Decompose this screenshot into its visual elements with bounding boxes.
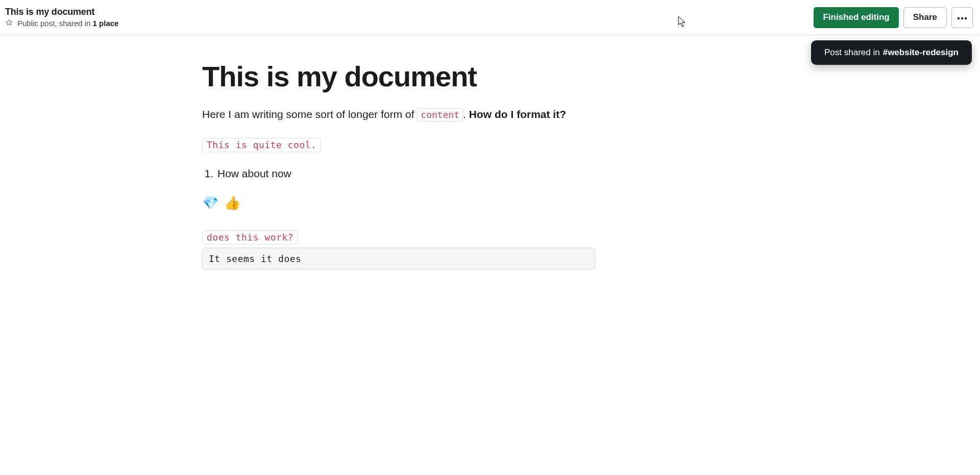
ordered-list[interactable]: How about now bbox=[202, 168, 595, 180]
emoji-row[interactable]: 💎 👍 bbox=[202, 195, 595, 211]
star-icon[interactable] bbox=[5, 18, 13, 28]
title-block: This is my document Public post, shared … bbox=[5, 7, 118, 28]
doc-subline: Public post, shared in 1 place bbox=[5, 18, 118, 28]
doc-title-small: This is my document bbox=[5, 7, 118, 17]
svg-point-0 bbox=[958, 17, 960, 19]
quote-block[interactable]: It seems it does bbox=[202, 248, 595, 270]
inline-code[interactable]: content bbox=[417, 108, 463, 122]
code-block-1[interactable]: This is quite cool. bbox=[202, 138, 321, 152]
toast-channel: #website-redesign bbox=[883, 48, 959, 58]
code-block-2[interactable]: does this work? bbox=[202, 230, 298, 245]
subline-text: Public post, shared in 1 place bbox=[17, 19, 118, 28]
paragraph-1[interactable]: Here I am writing some sort of longer fo… bbox=[202, 106, 595, 123]
svg-point-1 bbox=[961, 17, 963, 19]
share-button[interactable]: Share bbox=[903, 7, 947, 28]
list-item[interactable]: How about now bbox=[216, 168, 595, 180]
svg-point-2 bbox=[965, 17, 967, 19]
header-bar: This is my document Public post, shared … bbox=[0, 0, 980, 35]
finished-editing-button[interactable]: Finished editing bbox=[814, 7, 898, 28]
document[interactable]: This is my document Here I am writing so… bbox=[202, 35, 595, 270]
toast-text: Post shared in bbox=[824, 48, 880, 58]
more-icon bbox=[957, 12, 967, 22]
doc-h1[interactable]: This is my document bbox=[202, 60, 595, 93]
more-actions-button[interactable] bbox=[951, 7, 973, 28]
share-toast: Post shared in #website-redesign bbox=[811, 40, 972, 65]
